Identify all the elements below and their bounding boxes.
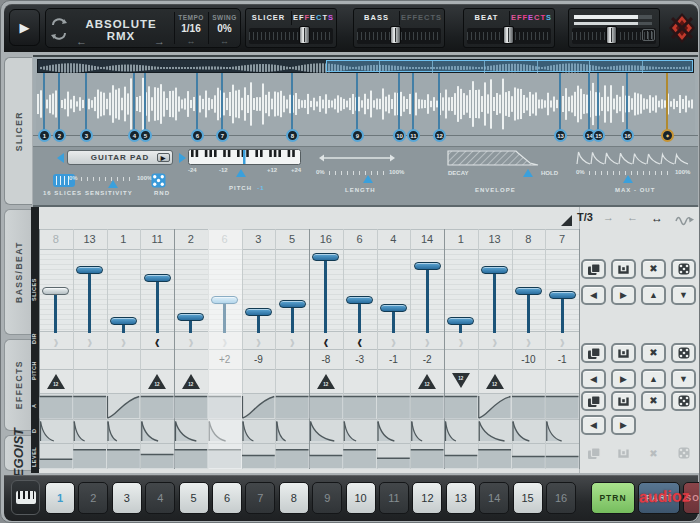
level-row-svg[interactable] [39,443,579,469]
copy-button-group1[interactable] [581,259,606,279]
shift-left-button-group3[interactable]: ◀ [581,415,606,435]
slice-fader-14[interactable] [481,266,508,274]
slice-marker-8[interactable]: 8 [286,129,299,142]
grid-division-button[interactable]: T/3 [577,211,593,223]
loop-icon[interactable] [50,15,68,43]
shift-right-button-group2[interactable]: ▶ [611,369,636,389]
d-row-svg[interactable] [39,419,579,443]
clear-button-group3[interactable]: ✖ [641,391,666,411]
section-crossfader-handle[interactable] [299,26,310,44]
pitch-keyboard[interactable] [188,149,301,165]
ptrn-button[interactable]: PTRN [591,482,635,514]
dir-step-2[interactable]: › [73,328,107,351]
slice-end-marker[interactable]: ◆ [661,129,674,142]
slice-marker-5[interactable]: 5 [139,129,152,142]
dir-step-1[interactable]: › [39,328,73,351]
dir-step-3[interactable]: › [107,328,141,351]
slice-line-16[interactable] [626,73,628,135]
slice-fader-5[interactable] [177,313,204,321]
slice-fader-4[interactable] [144,274,171,282]
envelope-pointer[interactable] [523,169,533,177]
slice-marker-15[interactable]: 15 [592,129,605,142]
slice-marker-6[interactable]: 6 [191,129,204,142]
maxout-pointer[interactable] [623,175,633,183]
slice-fader-9[interactable] [312,253,339,261]
slice-fader-12[interactable] [414,262,441,270]
random-button-group3[interactable] [671,391,696,411]
glide-arrow-icon[interactable] [675,214,695,226]
section-crossfader-handle[interactable] [503,26,514,44]
slice-fader-13[interactable] [447,317,474,325]
pattern-step-1[interactable]: 1 [45,482,75,514]
pitch-step-7[interactable]: -9 [242,349,276,369]
pattern-step-5[interactable]: 5 [179,482,209,514]
copy-button-group2[interactable] [581,343,606,363]
slice-marker-2[interactable]: 2 [53,129,66,142]
pattern-step-12[interactable]: 12 [412,482,442,514]
copy-button-group4[interactable] [581,445,606,461]
slice-line-7[interactable] [221,73,223,135]
pattern-step-14[interactable]: 14 [479,482,509,514]
section-tab-effects[interactable]: EFFECTS [399,13,444,22]
random-button-group1[interactable] [671,259,696,279]
section-crossfader-track[interactable] [467,28,551,44]
pattern-step-15[interactable]: 15 [513,482,543,514]
keyboard-mode-button[interactable] [11,480,40,515]
slice-fader-11[interactable] [380,304,407,312]
pattern-step-16[interactable]: 16 [546,482,576,514]
shift-left-button-group2[interactable]: ◀ [581,369,606,389]
slice-line-13[interactable] [559,73,561,135]
slice-fader-1[interactable] [42,287,69,295]
section-crossfader-handle[interactable] [390,26,401,44]
slice-line-8[interactable] [291,73,293,135]
sidebar-tab-effects[interactable]: EFFECTS [4,339,32,431]
shift-left-button-group1[interactable]: ◀ [581,285,606,305]
clear-button-group1[interactable]: ✖ [641,259,666,279]
sample-prev-icon[interactable] [57,153,64,163]
slice-line-14[interactable] [588,73,590,135]
slice-fader-16[interactable] [549,291,576,299]
slice-marker-11[interactable]: 11 [407,129,420,142]
slice-marker-1[interactable]: 1 [38,129,51,142]
sample-preview-icon[interactable]: ▶ [157,153,170,162]
slice-line-3[interactable] [85,73,87,135]
section-crossfader-track[interactable] [249,28,333,44]
section-tab-bass[interactable]: BASS [354,13,399,22]
slice-fader-10[interactable] [346,296,373,304]
pingpong-arrow-icon[interactable]: ↔ [651,211,663,225]
slice-end-line[interactable] [666,73,668,135]
shift-up-button-group2[interactable]: ▲ [641,369,666,389]
paste-button-group1[interactable] [611,259,636,279]
paste-button-group4[interactable] [611,445,636,461]
waveform-overview-strip[interactable] [37,59,694,73]
pattern-step-9[interactable]: 9 [312,482,342,514]
length-track[interactable] [329,171,387,175]
shift-up-button-group1[interactable]: ▲ [641,285,666,305]
slice-line-10[interactable] [398,73,400,135]
slice-line-1[interactable] [43,73,45,135]
sample-next-icon[interactable] [179,153,186,163]
slice-line-11[interactable] [412,73,414,135]
pitch-pointer[interactable] [236,169,246,177]
swing-control[interactable]: SWING 0% ↔ [208,9,241,47]
pitch-step-10[interactable]: -3 [343,349,377,369]
pattern-step-4[interactable]: 4 [145,482,175,514]
preset-prev-icon[interactable]: ← [76,35,87,47]
dir-step-13[interactable]: › [444,328,478,351]
preset-next-icon[interactable]: → [154,35,165,47]
step-grid[interactable]: 813111263516641411387›››‹››››‹‹››››››+2-… [39,229,579,469]
slice-marker-13[interactable]: 13 [554,129,567,142]
slice-marker-16[interactable]: 16 [621,129,634,142]
sidebar-tab-egoist[interactable]: EGOIST [4,435,32,471]
slice-line-4[interactable] [133,73,135,135]
shift-right-button-group3[interactable]: ▶ [611,415,636,435]
slice-marker-10[interactable]: 10 [393,129,406,142]
sample-selector[interactable]: GUITAR PAD ▶ [67,150,173,165]
paste-button-group2[interactable] [611,343,636,363]
slice-marker-7[interactable]: 7 [216,129,229,142]
slice-fader-6[interactable] [211,296,238,304]
section-tab-beat[interactable]: BEAT [464,13,509,22]
shift-right-arrow-icon[interactable]: → [603,211,614,223]
pitch-step-6[interactable]: +2 [208,349,242,369]
slice-marker-9[interactable]: 9 [351,129,364,142]
